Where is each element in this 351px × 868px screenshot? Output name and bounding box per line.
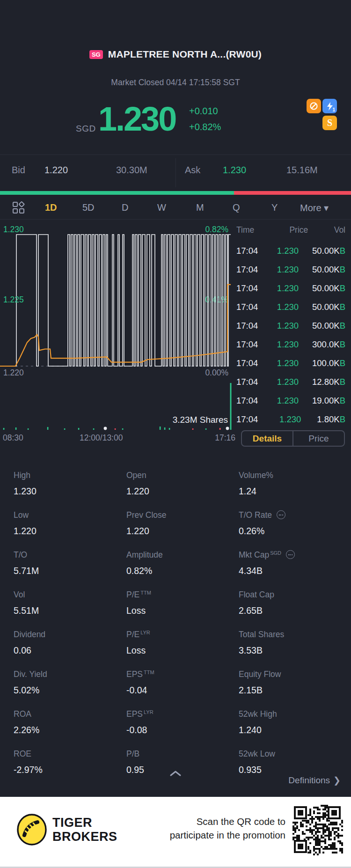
trade-side-buy: B	[340, 414, 345, 425]
collapse-chevron-icon[interactable]	[169, 770, 182, 779]
tiger-brokers-logo	[16, 814, 48, 847]
stat-label: Low	[14, 511, 29, 520]
tab-w[interactable]: W	[157, 202, 166, 213]
s-glyph: S	[327, 118, 332, 128]
intraday-chart[interactable]	[0, 222, 234, 447]
price-change: +0.010	[189, 106, 218, 117]
trade-price: 1.230	[263, 283, 312, 294]
time-and-sales-table[interactable]: Time Price Vol 17:041.23050.00KB17:041.2…	[236, 225, 345, 429]
stat-value: Loss	[126, 645, 239, 656]
flash-order-icon[interactable]: 1	[322, 99, 337, 113]
toggle-details[interactable]: Details	[242, 431, 292, 446]
stat-cell: EPSTTM-0.04	[126, 670, 239, 710]
stat-value: 2.65B	[239, 605, 347, 616]
last-price: 1.230	[98, 102, 176, 136]
trade-volume: 50.00K	[312, 302, 340, 312]
stat-value: 2.15B	[239, 685, 347, 696]
tab-q[interactable]: Q	[233, 202, 240, 213]
stat-label: Mkt CapSGD	[239, 551, 281, 559]
stat-cell: Dividend0.06	[14, 630, 126, 670]
no-trade-icon[interactable]	[307, 99, 321, 113]
stat-label: Dividend	[14, 630, 45, 639]
stat-cell: Mkt CapSGD4.34B	[239, 551, 347, 590]
stat-cell: Low1.220	[14, 511, 126, 551]
info-icon[interactable]	[277, 510, 285, 519]
stat-label: T/O	[14, 551, 27, 559]
table-header-row: Time Price Vol	[236, 225, 345, 235]
stat-cell: ROA2.26%	[14, 710, 126, 750]
stat-cell: T/O5.71M	[14, 551, 126, 590]
bid-price[interactable]: 1.220	[44, 165, 68, 176]
market-status: Market Closed 04/14 17:15:58 SGT	[0, 78, 351, 88]
trade-row: 17:041.23050.00KB	[236, 242, 345, 260]
stat-cell: P/ELYRLoss	[126, 630, 239, 670]
stat-cell: Amplitude0.82%	[126, 551, 239, 590]
tab-5d[interactable]: 5D	[82, 202, 95, 213]
toggle-price[interactable]: Price	[293, 431, 344, 446]
stat-label: High	[14, 471, 30, 480]
stat-label: 52wk Low	[239, 750, 275, 758]
stat-label: P/ELYR	[126, 630, 150, 639]
stat-superscript: LYR	[140, 630, 150, 635]
stat-superscript: LYR	[144, 709, 154, 715]
stat-value: 0.95	[126, 765, 239, 775]
tab-y[interactable]: Y	[271, 202, 278, 213]
tab-more[interactable]: More ▾	[300, 202, 329, 213]
trade-price: 1.230	[263, 246, 312, 256]
s-currency-icon[interactable]: S	[322, 116, 337, 130]
trade-time: 17:04	[236, 339, 263, 350]
trade-price: 1.230	[263, 377, 312, 387]
col-header-vol: Vol	[334, 225, 345, 235]
trade-time: 17:04	[236, 358, 263, 368]
tab-m[interactable]: M	[196, 202, 204, 213]
trade-side-buy: B	[340, 339, 345, 350]
tab-1d[interactable]: 1D	[45, 202, 57, 213]
trade-row: 17:041.23012.80KB	[236, 373, 345, 391]
axis-label-low-pct: 0.00%	[191, 368, 228, 378]
col-header-price: Price	[263, 225, 334, 235]
stat-value: 5.71M	[14, 566, 126, 576]
trade-time: 17:04	[236, 414, 263, 425]
trade-volume: 100.0K	[312, 358, 340, 368]
promo-text: Scan the QR code to participate in the p…	[170, 815, 285, 842]
stat-superscript: TTM	[144, 669, 154, 675]
total-shares-traded: 3.23M Shares	[136, 415, 228, 425]
trade-row: 17:041.230300.0KB	[236, 335, 345, 354]
trade-time: 17:04	[236, 283, 263, 294]
stat-value: 0.935	[239, 765, 347, 775]
stat-label: EPSTTM	[126, 670, 154, 679]
stat-label: Volume%	[239, 471, 273, 480]
axis-label-mid: 1.225	[3, 295, 24, 305]
definitions-link[interactable]: Definitions ❯	[288, 775, 341, 786]
stat-label: Vol	[14, 590, 25, 599]
trade-side-buy: B	[340, 321, 345, 331]
trade-volume: 300.0K	[312, 339, 340, 350]
time-tick-close: 17:16	[209, 433, 235, 443]
stat-label: P/B	[126, 750, 139, 758]
stat-value: 0.06	[14, 645, 126, 656]
stat-cell: 52wk High1.240	[239, 710, 347, 750]
stat-value: 5.51M	[14, 605, 126, 616]
bid-size: 30.30M	[116, 165, 147, 176]
trade-side-buy: B	[340, 358, 345, 368]
tab-d[interactable]: D	[122, 202, 128, 213]
trade-volume: 50.00K	[312, 246, 340, 256]
tabbar-divider	[0, 219, 351, 220]
trade-row: 17:041.23050.00KB	[236, 316, 345, 335]
trade-volume: 12.80K	[312, 377, 340, 387]
circle-slash-glyph	[309, 102, 318, 110]
stat-value: 4.34B	[239, 566, 347, 576]
stat-value: 3.53B	[239, 645, 347, 656]
info-icon[interactable]	[286, 550, 295, 559]
stat-value: -0.04	[126, 685, 239, 696]
stat-value: 0.82%	[126, 566, 239, 576]
stat-value: 0.26%	[239, 526, 347, 537]
trade-time: 17:04	[236, 321, 263, 331]
stat-label: 52wk High	[239, 710, 277, 719]
stat-value: -2.97%	[14, 765, 126, 775]
ask-price[interactable]: 1.230	[223, 165, 246, 176]
stat-label: ROE	[14, 750, 31, 758]
trade-price: 1.230	[263, 414, 317, 425]
stat-cell: Equity Flow2.15B	[239, 670, 347, 710]
chart-type-grid-icon[interactable]	[12, 201, 25, 216]
